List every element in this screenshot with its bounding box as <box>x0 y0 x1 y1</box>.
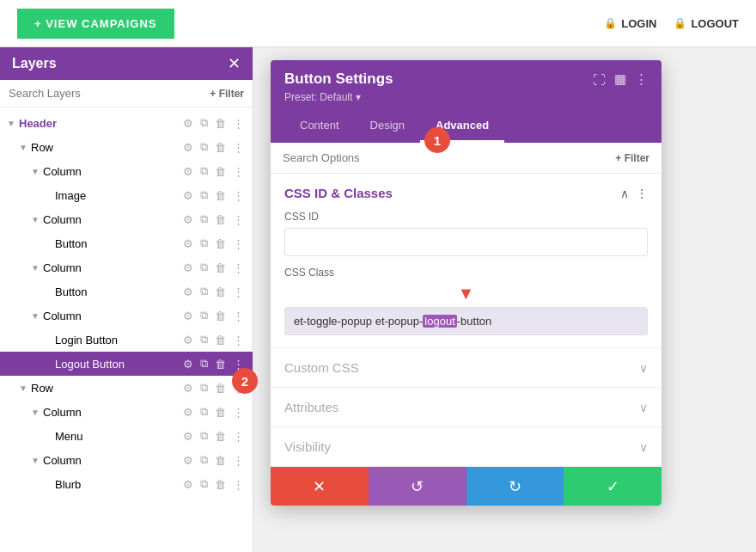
gear-icon[interactable]: ⚙ <box>181 261 195 275</box>
visibility-section[interactable]: Visibility ∨ <box>271 427 662 467</box>
gear-icon[interactable]: ⚙ <box>181 212 195 227</box>
copy-icon[interactable]: ⧉ <box>198 308 210 323</box>
dots-icon[interactable]: ⋮ <box>231 429 246 444</box>
gear-icon[interactable]: ⚙ <box>181 357 195 371</box>
layer-item-col1[interactable]: ▼ Column ⚙ ⧉ 🗑 ⋮ <box>0 159 253 183</box>
css-class-input[interactable]: et-toggle-popup et-popup-logout-button <box>284 307 648 335</box>
trash-icon[interactable]: 🗑 <box>213 309 228 323</box>
trash-icon[interactable]: 🗑 <box>213 357 228 371</box>
layout-icon[interactable]: ▦ <box>614 71 626 87</box>
more-icon[interactable]: ⋮ <box>635 71 648 87</box>
copy-icon[interactable]: ⧉ <box>198 139 210 155</box>
trash-icon[interactable]: 🗑 <box>213 164 228 179</box>
gear-icon[interactable]: ⚙ <box>181 381 195 396</box>
copy-icon[interactable]: ⧉ <box>198 380 210 396</box>
layer-item-login-button[interactable]: Login Button ⚙ ⧉ 🗑 ⋮ <box>0 328 253 352</box>
css-id-input[interactable] <box>284 228 648 256</box>
dots-icon[interactable]: ⋮ <box>231 477 246 492</box>
gear-icon[interactable]: ⚙ <box>181 236 195 251</box>
layer-item-row1[interactable]: ▼ Row ⚙ ⧉ 🗑 ⋮ <box>0 135 253 159</box>
trash-icon[interactable]: 🗑 <box>213 453 228 468</box>
cancel-button[interactable]: ✕ <box>271 467 369 506</box>
trash-icon[interactable]: 🗑 <box>213 236 228 251</box>
trash-icon[interactable]: 🗑 <box>213 333 228 347</box>
dots-icon[interactable]: ⋮ <box>231 333 246 347</box>
tab-design[interactable]: Design <box>355 110 420 143</box>
gear-icon[interactable]: ⚙ <box>181 140 195 155</box>
gear-icon[interactable]: ⚙ <box>181 116 195 131</box>
confirm-button[interactable]: ✓ <box>564 467 662 506</box>
layer-item-col5[interactable]: ▼ Column ⚙ ⧉ 🗑 ⋮ <box>0 400 253 424</box>
section-dots-icon[interactable]: ⋮ <box>636 187 648 200</box>
login-link[interactable]: 🔒 LOGIN <box>604 17 656 30</box>
settings-filter-button[interactable]: + Filter <box>615 152 649 164</box>
attributes-section[interactable]: Attributes ∨ <box>271 388 662 427</box>
layers-close-button[interactable]: ✕ <box>228 56 241 71</box>
dots-icon[interactable]: ⋮ <box>231 164 246 179</box>
view-campaigns-button[interactable]: + VIEW CAMPAIGNS <box>17 9 174 39</box>
copy-icon[interactable]: ⧉ <box>198 236 210 251</box>
trash-icon[interactable]: 🗑 <box>213 212 228 227</box>
trash-icon[interactable]: 🗑 <box>213 405 228 420</box>
copy-icon[interactable]: ⧉ <box>198 356 210 371</box>
trash-icon[interactable]: 🗑 <box>213 381 228 396</box>
gear-icon[interactable]: ⚙ <box>181 164 195 179</box>
gear-icon[interactable]: ⚙ <box>181 285 195 299</box>
trash-icon[interactable]: 🗑 <box>213 261 228 275</box>
layer-item-col2[interactable]: ▼ Column ⚙ ⧉ 🗑 ⋮ <box>0 207 253 231</box>
gear-icon[interactable]: ⚙ <box>181 188 195 203</box>
gear-icon[interactable]: ⚙ <box>181 405 195 420</box>
copy-icon[interactable]: ⧉ <box>198 284 210 299</box>
dots-icon[interactable]: ⋮ <box>231 116 246 131</box>
dots-icon[interactable]: ⋮ <box>231 188 246 203</box>
layer-item-menu[interactable]: Menu ⚙ ⧉ 🗑 ⋮ <box>0 424 253 448</box>
trash-icon[interactable]: 🗑 <box>213 140 228 155</box>
layer-item-blurb[interactable]: Blurb ⚙ ⧉ 🗑 ⋮ <box>0 472 253 496</box>
copy-icon[interactable]: ⧉ <box>198 163 210 179</box>
redo-button[interactable]: ↻ <box>466 467 564 506</box>
dots-icon[interactable]: ⋮ <box>231 285 246 299</box>
dots-icon[interactable]: ⋮ <box>231 261 246 275</box>
logout-link[interactable]: 🔒 LOGOUT <box>674 17 739 30</box>
layer-item-logout-button[interactable]: Logout Button ⚙ ⧉ 🗑 ⋮ <box>0 352 253 376</box>
trash-icon[interactable]: 🗑 <box>213 429 228 444</box>
layer-item-header[interactable]: ▼ Header ⚙ ⧉ 🗑 ⋮ <box>0 111 253 135</box>
layer-item-row2[interactable]: ▼ Row ⚙ ⧉ 🗑 ⋮ <box>0 376 253 400</box>
dots-icon[interactable]: ⋮ <box>231 453 246 468</box>
tab-content[interactable]: Content <box>284 110 355 143</box>
copy-icon[interactable]: ⧉ <box>198 452 210 468</box>
settings-search-input[interactable] <box>283 151 608 164</box>
dots-icon[interactable]: ⋮ <box>231 212 246 227</box>
copy-icon[interactable]: ⧉ <box>198 260 210 275</box>
undo-button[interactable]: ↺ <box>369 467 466 506</box>
expand-icon[interactable]: ⛶ <box>593 72 606 87</box>
dots-icon[interactable]: ⋮ <box>231 236 246 251</box>
dots-icon[interactable]: ⋮ <box>231 140 246 155</box>
trash-icon[interactable]: 🗑 <box>213 188 228 203</box>
layers-search-input[interactable] <box>9 87 203 100</box>
section-chevron-icon[interactable]: ∧ <box>620 187 629 200</box>
layer-item-button1[interactable]: Button ⚙ ⧉ 🗑 ⋮ <box>0 231 253 255</box>
copy-icon[interactable]: ⧉ <box>198 476 210 492</box>
gear-icon[interactable]: ⚙ <box>181 333 195 347</box>
copy-icon[interactable]: ⧉ <box>198 428 210 444</box>
layers-filter-button[interactable]: + Filter <box>210 88 244 100</box>
settings-preset[interactable]: Preset: Default ▾ <box>284 91 648 103</box>
gear-icon[interactable]: ⚙ <box>181 477 195 492</box>
layer-item-col3[interactable]: ▼ Column ⚙ ⧉ 🗑 ⋮ <box>0 255 253 279</box>
dots-icon[interactable]: ⋮ <box>231 405 246 420</box>
dots-icon[interactable]: ⋮ <box>231 309 246 323</box>
trash-icon[interactable]: 🗑 <box>213 285 228 299</box>
layer-item-button2[interactable]: Button ⚙ ⧉ 🗑 ⋮ <box>0 279 253 304</box>
copy-icon[interactable]: ⧉ <box>198 404 210 420</box>
copy-icon[interactable]: ⧉ <box>198 212 210 227</box>
gear-icon[interactable]: ⚙ <box>181 429 195 444</box>
copy-icon[interactable]: ⧉ <box>198 332 210 347</box>
layer-item-col4[interactable]: ▼ Column ⚙ ⧉ 🗑 ⋮ <box>0 304 253 328</box>
layer-item-col6[interactable]: ▼ Column ⚙ ⧉ 🗑 ⋮ <box>0 448 253 472</box>
trash-icon[interactable]: 🗑 <box>213 116 228 131</box>
trash-icon[interactable]: 🗑 <box>213 477 228 492</box>
gear-icon[interactable]: ⚙ <box>181 309 195 323</box>
custom-css-section[interactable]: Custom CSS ∨ <box>271 348 662 388</box>
copy-icon[interactable]: ⧉ <box>198 115 210 131</box>
